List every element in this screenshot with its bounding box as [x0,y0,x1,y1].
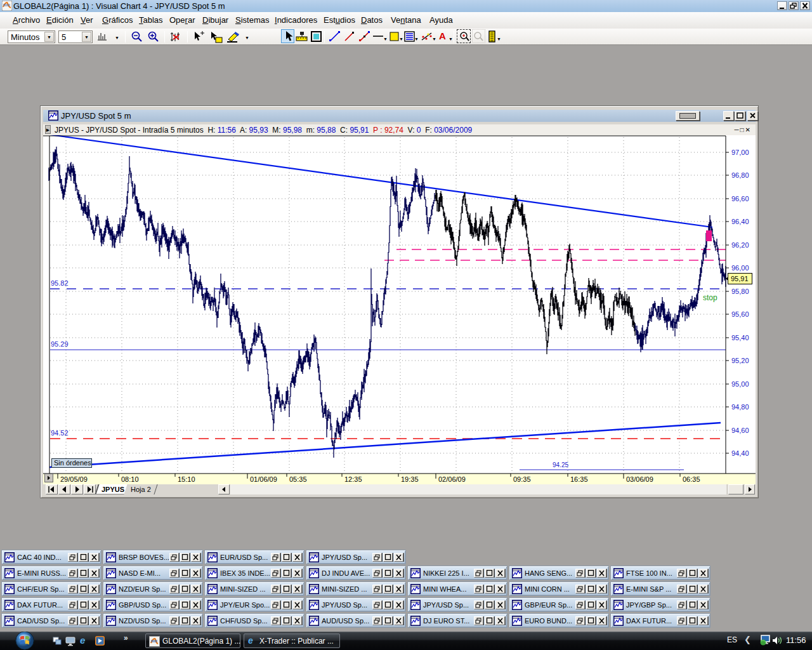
svg-text:16:35: 16:35 [570,475,588,483]
svg-text:12:35: 12:35 [344,475,362,483]
svg-text:94,60: 94,60 [731,427,749,434]
svg-text:94,40: 94,40 [731,449,749,457]
svg-text:94.52: 94.52 [51,429,69,437]
svg-text:95,00: 95,00 [731,380,749,388]
svg-text:09:35: 09:35 [513,475,531,483]
svg-text:94.25: 94.25 [553,461,568,468]
svg-text:95,60: 95,60 [731,310,749,318]
svg-text:stop: stop [703,293,717,302]
svg-text:96,40: 96,40 [731,218,749,225]
svg-text:08:10: 08:10 [121,475,139,483]
svg-text:96,20: 96,20 [731,241,749,249]
svg-text:95,40: 95,40 [731,334,749,342]
svg-text:95.82: 95.82 [51,279,69,287]
svg-text:Sin órdenes: Sin órdenes [54,459,91,467]
svg-text:02/06/09: 02/06/09 [438,475,466,483]
svg-text:95,20: 95,20 [731,357,749,364]
svg-text:95.29: 95.29 [51,340,69,348]
svg-text:96,60: 96,60 [731,195,749,202]
svg-text:01/06/09: 01/06/09 [250,475,277,483]
svg-text:29/05/09: 29/05/09 [60,475,88,483]
svg-text:06:35: 06:35 [683,475,700,483]
svg-text:96,80: 96,80 [731,171,749,179]
svg-text:15:10: 15:10 [178,475,195,483]
svg-text:03/06/09: 03/06/09 [626,475,653,483]
svg-text:94,80: 94,80 [731,403,749,411]
svg-text:05:35: 05:35 [289,475,307,483]
svg-text:97,00: 97,00 [731,149,749,156]
svg-text:19:35: 19:35 [401,475,419,483]
svg-text:95,80: 95,80 [731,288,749,295]
svg-text:96,00: 96,00 [731,264,749,272]
svg-text:95,91: 95,91 [731,275,749,282]
